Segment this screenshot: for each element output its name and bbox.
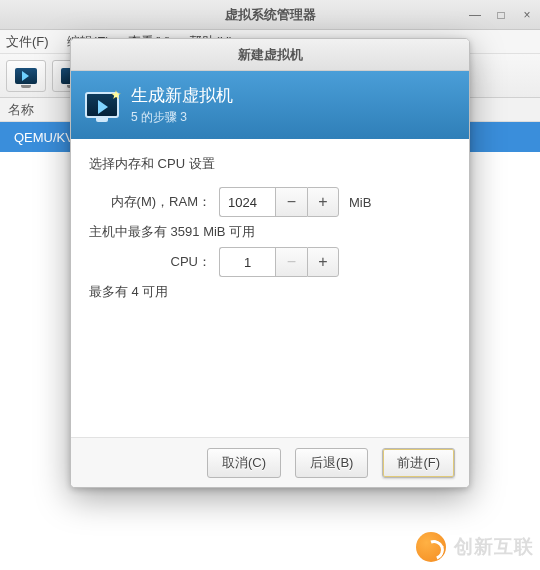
dialog-titlebar: 新建虚拟机 xyxy=(71,39,469,71)
create-vm-icon xyxy=(85,92,119,118)
watermark-logo-icon xyxy=(416,532,446,562)
memory-label: 内存(M)，RAM： xyxy=(89,193,219,211)
minimize-button[interactable]: — xyxy=(468,8,482,22)
dialog-body: 选择内存和 CPU 设置 内存(M)，RAM： − + MiB 主机中最多有 3… xyxy=(71,139,469,437)
memory-row: 内存(M)，RAM： − + MiB xyxy=(89,187,451,217)
watermark-text: 创新互联 xyxy=(454,534,534,560)
dialog-window-title: 新建虚拟机 xyxy=(238,46,303,64)
memory-unit: MiB xyxy=(349,195,371,210)
dialog-banner-title: 生成新虚拟机 xyxy=(131,84,233,107)
cpu-label: CPU： xyxy=(89,253,219,271)
memory-input[interactable] xyxy=(219,187,275,217)
cpu-increment-button[interactable]: + xyxy=(307,247,339,277)
cpu-stepper: − + xyxy=(219,247,339,277)
back-button[interactable]: 后退(B) xyxy=(295,448,368,478)
cpu-hint: 最多有 4 可用 xyxy=(89,283,451,301)
cancel-button[interactable]: 取消(C) xyxy=(207,448,281,478)
memory-decrement-button[interactable]: − xyxy=(275,187,307,217)
column-name: 名称 xyxy=(8,101,34,119)
monitor-new-icon xyxy=(15,68,37,84)
cpu-input[interactable] xyxy=(219,247,275,277)
dialog-banner: 生成新虚拟机 5 的步骤 3 xyxy=(71,71,469,139)
cpu-row: CPU： − + xyxy=(89,247,451,277)
close-button[interactable]: × xyxy=(520,8,534,22)
maximize-button[interactable]: □ xyxy=(494,8,508,22)
window-controls: — □ × xyxy=(468,0,534,30)
main-window-title: 虚拟系统管理器 xyxy=(225,6,316,24)
dialog-step-label: 5 的步骤 3 xyxy=(131,109,233,126)
new-vm-button[interactable] xyxy=(6,60,46,92)
memory-hint: 主机中最多有 3591 MiB 可用 xyxy=(89,223,451,241)
memory-increment-button[interactable]: + xyxy=(307,187,339,217)
sparkle-icon xyxy=(111,90,121,100)
cpu-decrement-button[interactable]: − xyxy=(275,247,307,277)
watermark: 创新互联 xyxy=(416,532,534,562)
forward-button[interactable]: 前进(F) xyxy=(382,448,455,478)
memory-stepper: − + xyxy=(219,187,339,217)
new-vm-dialog: 新建虚拟机 生成新虚拟机 5 的步骤 3 选择内存和 CPU 设置 内存(M)，… xyxy=(70,38,470,488)
dialog-footer: 取消(C) 后退(B) 前进(F) xyxy=(71,437,469,487)
vm-connection-name: QEMU/KV xyxy=(14,130,74,145)
main-window-titlebar: 虚拟系统管理器 — □ × xyxy=(0,0,540,30)
menu-file[interactable]: 文件(F) xyxy=(6,33,49,51)
section-title: 选择内存和 CPU 设置 xyxy=(89,155,451,173)
